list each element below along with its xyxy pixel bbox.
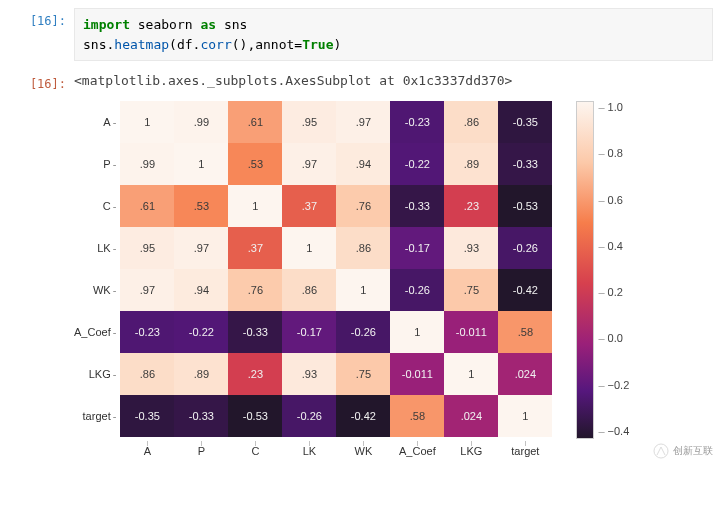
heatmap-cell: 1 — [444, 353, 498, 395]
colorbar-tick: 0.0 — [598, 332, 629, 344]
heatmap-cell: -0.26 — [282, 395, 336, 437]
heatmap-cell: -0.26 — [336, 311, 390, 353]
heatmap-cell: .23 — [444, 185, 498, 227]
heatmap-cell: -0.33 — [390, 185, 444, 227]
heatmap-body: APCLKWKA_CoefLKGtarget 1.99.61.95.97-0.2… — [74, 101, 552, 457]
y-tick-label: target — [74, 395, 120, 437]
kw-true: True — [302, 37, 333, 52]
heatmap-cell: .75 — [336, 353, 390, 395]
code-text: (),annot= — [232, 37, 302, 52]
watermark-icon — [653, 443, 669, 459]
colorbar-tick: −0.2 — [598, 379, 629, 391]
heatmap-cell: .97 — [120, 269, 174, 311]
heatmap-cell: -0.26 — [498, 227, 552, 269]
code-input[interactable]: import seaborn as sns sns.heatmap(df.cor… — [74, 8, 713, 61]
heatmap-cell: -0.33 — [174, 395, 228, 437]
heatmap-cell: -0.23 — [390, 101, 444, 143]
heatmap-cell: 1 — [336, 269, 390, 311]
watermark: 创新互联 — [653, 443, 713, 459]
fn-heatmap: heatmap — [114, 37, 169, 52]
heatmap-cell: .53 — [174, 185, 228, 227]
heatmap-cell: .97 — [336, 101, 390, 143]
y-tick-label: LKG — [74, 353, 120, 395]
heatmap-cell: 1 — [282, 227, 336, 269]
heatmap-cell: .86 — [336, 227, 390, 269]
code-text: ) — [334, 37, 342, 52]
heatmap-cell: -0.35 — [498, 101, 552, 143]
heatmap-cell: -0.22 — [390, 143, 444, 185]
x-tick-label: LK — [282, 437, 336, 457]
heatmap-cell: .99 — [174, 101, 228, 143]
heatmap-cell: .37 — [228, 227, 282, 269]
colorbar-gradient — [576, 101, 594, 439]
heatmap-cell: -0.23 — [120, 311, 174, 353]
heatmap-cell: -0.33 — [228, 311, 282, 353]
heatmap-cell: -0.26 — [390, 269, 444, 311]
heatmap-cell: -0.17 — [282, 311, 336, 353]
heatmap-cell: .93 — [444, 227, 498, 269]
colorbar-tick: 0.4 — [598, 240, 629, 252]
x-tick-label: P — [174, 437, 228, 457]
x-axis-labels: APCLKWKA_CoefLKGtarget — [120, 437, 552, 457]
y-tick-label: A_Coef — [74, 311, 120, 353]
keyword-as: as — [200, 17, 216, 32]
heatmap-cell: -0.42 — [336, 395, 390, 437]
x-tick-label: A — [120, 437, 174, 457]
heatmap-cell: -0.22 — [174, 311, 228, 353]
heatmap-cell: .024 — [444, 395, 498, 437]
heatmap-cell: .58 — [498, 311, 552, 353]
heatmap-cell: -0.53 — [498, 185, 552, 227]
heatmap-cell: .89 — [174, 353, 228, 395]
y-tick-label: A — [74, 101, 120, 143]
heatmap-cell: .97 — [282, 143, 336, 185]
x-tick-label: LKG — [444, 437, 498, 457]
heatmap-cell: .76 — [228, 269, 282, 311]
colorbar-tick: −0.4 — [598, 425, 629, 437]
colorbar: 1.00.80.60.40.20.0−0.2−0.4 — [576, 101, 629, 437]
y-tick-label: C — [74, 185, 120, 227]
output-cell: [16]: <matplotlib.axes._subplots.AxesSub… — [8, 71, 713, 91]
fn-corr: corr — [200, 37, 231, 52]
heatmap-cell: .61 — [120, 185, 174, 227]
code-cell: [16]: import seaborn as sns sns.heatmap(… — [8, 8, 713, 61]
heatmap-cell: .94 — [174, 269, 228, 311]
heatmap-cell: .95 — [282, 101, 336, 143]
heatmap-cell: .61 — [228, 101, 282, 143]
colorbar-tick: 0.6 — [598, 194, 629, 206]
heatmap-cell: .024 — [498, 353, 552, 395]
y-tick-label: WK — [74, 269, 120, 311]
x-tick-label: target — [498, 437, 552, 457]
x-tick-label: WK — [336, 437, 390, 457]
output-prompt: [16]: — [8, 71, 74, 91]
heatmap-cell: .58 — [390, 395, 444, 437]
heatmap-cell: -0.011 — [390, 353, 444, 395]
heatmap-cell: .53 — [228, 143, 282, 185]
heatmap-cell: .86 — [444, 101, 498, 143]
heatmap-cell: 1 — [174, 143, 228, 185]
heatmap-cell: .23 — [228, 353, 282, 395]
heatmap-grid: 1.99.61.95.97-0.23.86-0.35.991.53.97.94-… — [120, 101, 552, 437]
code-text: sns. — [83, 37, 114, 52]
y-tick-label: LK — [74, 227, 120, 269]
colorbar-tick: 0.2 — [598, 286, 629, 298]
output-text: <matplotlib.axes._subplots.AxesSubplot a… — [74, 71, 713, 88]
heatmap-cell: 1 — [120, 101, 174, 143]
colorbar-tick: 0.8 — [598, 147, 629, 159]
heatmap-cell: 1 — [498, 395, 552, 437]
colorbar-ticks: 1.00.80.60.40.20.0−0.2−0.4 — [598, 101, 629, 437]
code-text: seaborn — [130, 17, 200, 32]
x-tick-label: C — [228, 437, 282, 457]
y-axis-labels: APCLKWKA_CoefLKGtarget — [74, 101, 120, 457]
heatmap-cell: .37 — [282, 185, 336, 227]
heatmap-cell: -0.53 — [228, 395, 282, 437]
heatmap-cell: .93 — [282, 353, 336, 395]
heatmap-cell: .97 — [174, 227, 228, 269]
heatmap-cell: .75 — [444, 269, 498, 311]
heatmap-cell: .86 — [282, 269, 336, 311]
heatmap-cell: .94 — [336, 143, 390, 185]
heatmap-figure: APCLKWKA_CoefLKGtarget 1.99.61.95.97-0.2… — [74, 101, 713, 457]
heatmap-cell: -0.35 — [120, 395, 174, 437]
input-prompt: [16]: — [8, 8, 74, 28]
heatmap-cell: .86 — [120, 353, 174, 395]
keyword-import: import — [83, 17, 130, 32]
